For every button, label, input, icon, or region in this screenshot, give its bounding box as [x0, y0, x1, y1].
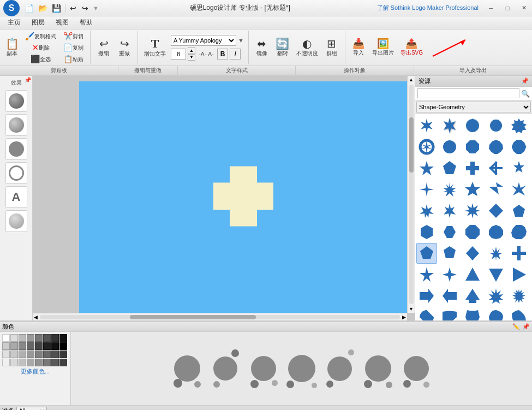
shape-starburst1[interactable] [416, 115, 437, 136]
effect-flat[interactable] [5, 138, 27, 160]
shape-hexagon[interactable] [416, 222, 437, 242]
swatch-4-7[interactable] [51, 359, 59, 366]
swatch-3-7[interactable] [51, 350, 59, 358]
shape-circle[interactable] [439, 136, 460, 157]
add-text-button[interactable]: T 增加文字 [141, 36, 169, 60]
swatch-2-3[interactable] [19, 342, 26, 350]
shape-splat[interactable] [486, 286, 506, 306]
swatch-gray5[interactable] [43, 334, 51, 342]
shape-starbig[interactable] [462, 179, 483, 200]
shape-starbig2[interactable] [416, 264, 437, 285]
effect-sphere[interactable] [5, 210, 27, 232]
color-pin[interactable]: 📌 [522, 323, 530, 330]
paste-button[interactable]: 📋 粘贴 [59, 54, 87, 64]
redo-button[interactable]: ↪ 重做 [115, 37, 134, 59]
shape-star6[interactable] [509, 158, 529, 179]
quick-access-undo[interactable]: ↩ [68, 2, 79, 14]
select-all-button[interactable]: ⬛ 全选 [23, 54, 58, 64]
shape-octagon2[interactable] [462, 222, 483, 242]
shape-curve2[interactable] [439, 307, 460, 320]
vscroll-thumb[interactable] [409, 117, 414, 173]
menu-home[interactable]: 主页 [2, 17, 26, 28]
rotate-button[interactable]: 🔄 翻转 [273, 37, 292, 59]
effects-pin[interactable]: 📌 [25, 77, 31, 83]
shape-arrow-right[interactable] [416, 286, 437, 306]
mirror-button[interactable]: ⬌ 镜像 [252, 37, 272, 59]
shape-cross2[interactable] [509, 243, 529, 264]
group-button[interactable]: ⊞ 群组 [322, 37, 342, 59]
resources-search-input[interactable] [417, 88, 519, 98]
swatch-3-5[interactable] [35, 350, 43, 358]
quick-access-redo[interactable]: ↪ [80, 2, 91, 14]
swatch-black[interactable] [59, 334, 67, 342]
shape-star6b[interactable] [462, 200, 483, 221]
shape-arrow-left[interactable] [439, 286, 460, 306]
shape-triangle2[interactable] [486, 264, 506, 285]
effect-outline[interactable] [5, 162, 27, 184]
swatch-2-4[interactable] [27, 342, 34, 350]
quick-access-new[interactable]: 📄 [23, 2, 35, 14]
swatch-gray3[interactable] [27, 334, 34, 342]
swatch-3-2[interactable] [10, 350, 18, 358]
export-svg-button[interactable]: 📤 导出SVG [398, 37, 426, 58]
shape-hexagon2[interactable] [439, 222, 460, 242]
swatch-2-7[interactable] [51, 342, 59, 350]
swatch-3-8[interactable] [59, 350, 67, 358]
swatch-4-3[interactable] [19, 359, 26, 366]
shape-triangle[interactable] [462, 264, 483, 285]
swatch-gray2[interactable] [19, 334, 26, 342]
shape-4star2[interactable] [439, 264, 460, 285]
quick-access-save[interactable]: 💾 [50, 2, 63, 14]
shape-badge[interactable] [509, 115, 529, 136]
shape-curve1[interactable] [416, 307, 437, 320]
quick-access-open[interactable]: 📂 [37, 2, 49, 14]
shape-12gon[interactable] [509, 222, 529, 242]
swatch-4-6[interactable] [43, 359, 51, 366]
undo-button[interactable]: ↩ 撤销 [94, 37, 113, 59]
shape-seal[interactable] [486, 115, 506, 136]
shape-arrowstar[interactable] [486, 243, 506, 264]
font-size-down[interactable]: ▼ [188, 54, 195, 61]
shape-triangle3[interactable] [509, 264, 529, 285]
swatch-gray6[interactable] [51, 334, 59, 342]
swatch-3-1[interactable] [2, 350, 10, 358]
canvas-background[interactable] [79, 81, 407, 313]
shape-diamond2[interactable] [509, 200, 529, 221]
vscroll-down[interactable]: ▼ [408, 305, 415, 313]
menu-layers[interactable]: 图层 [26, 17, 50, 28]
more-colors-link[interactable]: 更多颜色... [2, 366, 68, 377]
font-size-input[interactable] [171, 49, 186, 60]
shape-diamond[interactable] [486, 200, 506, 221]
shape-decagon2[interactable] [486, 222, 506, 242]
shape-star4b[interactable] [439, 179, 460, 200]
swatch-white[interactable] [2, 334, 10, 342]
color-edit-icon[interactable]: ✏️ [512, 323, 520, 330]
effect-shadow2[interactable] [5, 114, 27, 136]
swatch-3-4[interactable] [27, 350, 34, 358]
font-size-arrows[interactable]: ▲ ▼ [188, 47, 195, 61]
layer-select[interactable]: All Layer 1 [16, 407, 47, 411]
resources-filter-select[interactable]: Shape-Geometry Shape-Basic Shape-Arrow [416, 102, 531, 112]
font-family-select[interactable]: A Yummy Apology [171, 35, 236, 46]
effect-shadow1[interactable] [5, 90, 27, 112]
shape-starburst2[interactable] [439, 115, 460, 136]
copy-format-button[interactable]: 🖌️ 复制格式 [23, 31, 58, 41]
italic-button[interactable]: I [230, 49, 241, 60]
minimize-button[interactable]: ─ [483, 0, 499, 16]
shape-star5[interactable] [416, 158, 437, 179]
export-image-button[interactable]: 🖼️ 导出图片 [369, 37, 397, 58]
shape-star3[interactable] [486, 179, 506, 200]
import-button[interactable]: 📥 导入 [349, 37, 368, 58]
shape-star5c[interactable] [439, 200, 460, 221]
shape-dodecagon[interactable] [509, 136, 529, 157]
cut-button[interactable]: ✂️ 剪切 [59, 31, 87, 41]
shape-star5b[interactable] [416, 200, 437, 221]
shape-splat2[interactable] [509, 286, 529, 306]
shape-penta2[interactable] [416, 243, 437, 264]
copy-button2[interactable]: 📄 复制 [59, 42, 87, 53]
swatch-4-4[interactable] [27, 359, 34, 366]
shape-asterisk[interactable] [486, 158, 506, 179]
quick-access-more[interactable]: ▼ [93, 5, 99, 11]
shape-star3b[interactable] [509, 179, 529, 200]
shape-curve4[interactable] [486, 307, 506, 320]
